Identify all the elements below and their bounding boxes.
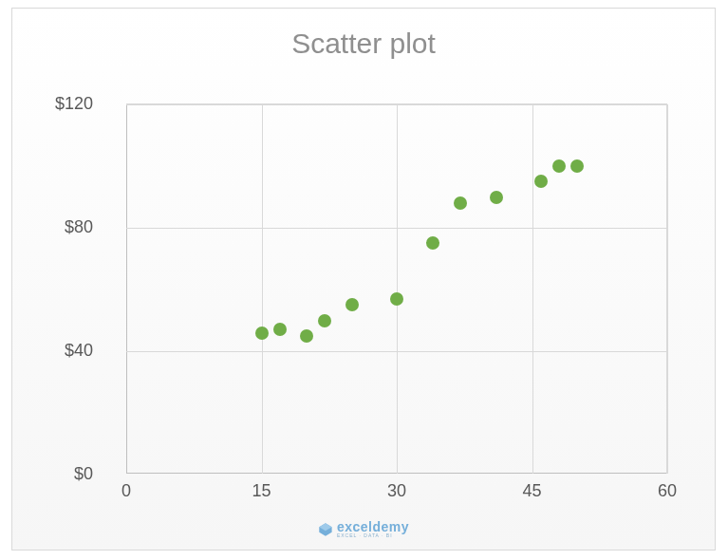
chart-title: Scatter plot [12,9,715,60]
x-axis-tick-label: 45 [522,481,541,501]
watermark-text: exceldemy EXCEL · DATA · BI [337,520,409,538]
x-axis-tick-label: 60 [658,481,677,501]
plot-area [126,103,667,474]
gridline-vertical [397,104,398,474]
watermark-logo-icon [318,522,333,537]
y-axis-tick-label: $120 [36,94,93,114]
y-axis-tick-label: $0 [36,464,93,484]
data-point [390,292,403,306]
data-point [300,329,313,343]
gridline-vertical [667,104,668,474]
data-point [318,314,331,327]
watermark-brand: exceldemy [337,520,409,533]
gridline-horizontal [126,104,666,105]
data-point [345,298,359,311]
watermark-sub: EXCEL · DATA · BI [337,533,409,538]
data-point [552,159,566,173]
data-point [255,327,269,340]
y-axis-line [126,104,127,474]
gridline-vertical [532,104,533,474]
data-point [454,196,467,210]
data-point [490,191,503,204]
y-axis-tick-label: $80 [36,217,93,237]
data-point [534,175,548,188]
chart-container: Scatter plot exceldemy EXCEL · DATA · BI… [11,8,716,551]
x-axis-tick-label: 15 [252,481,271,501]
data-point [570,159,584,173]
x-axis-tick-label: 0 [121,481,131,501]
gridline-horizontal [126,228,666,229]
gridline-horizontal [126,351,666,352]
x-axis-tick-label: 30 [387,481,406,501]
gridline-vertical [262,104,263,474]
watermark: exceldemy EXCEL · DATA · BI [318,520,409,538]
y-axis-tick-label: $40 [36,341,93,361]
data-point [426,236,439,250]
data-point [273,323,287,336]
